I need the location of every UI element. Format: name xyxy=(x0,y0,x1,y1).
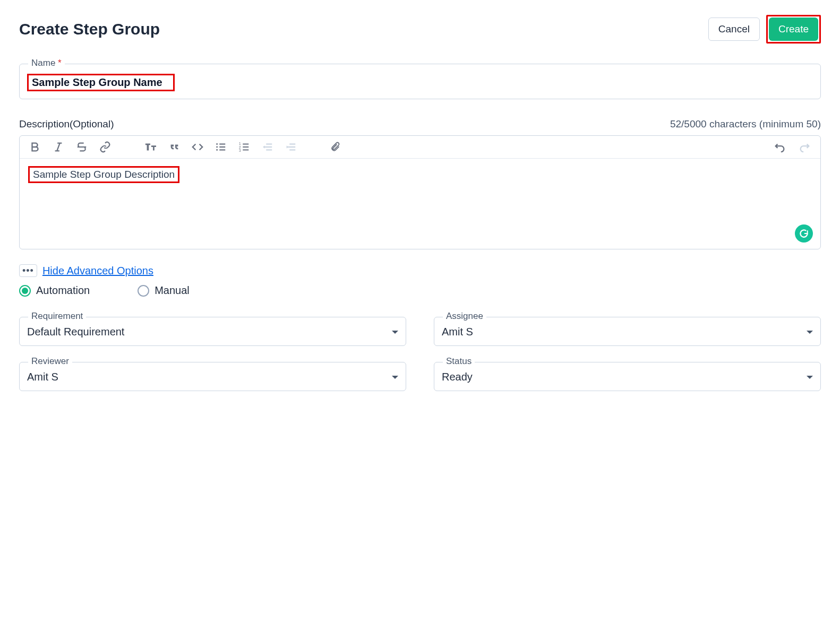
grammarly-icon[interactable] xyxy=(795,224,813,243)
more-options-icon[interactable]: ••• xyxy=(19,264,37,277)
quote-icon[interactable] xyxy=(168,141,180,153)
strikethrough-icon[interactable] xyxy=(76,141,88,153)
chevron-down-icon xyxy=(807,376,813,379)
reviewer-value: Amit S xyxy=(27,371,58,383)
chevron-down-icon xyxy=(392,331,398,334)
bullet-list-icon[interactable] xyxy=(215,141,227,153)
required-asterisk: * xyxy=(58,58,62,68)
description-editor: 123 Sample Step Group Description xyxy=(19,135,821,249)
radio-manual[interactable]: Manual xyxy=(138,284,190,297)
svg-line-2 xyxy=(57,143,60,151)
requirement-value: Default Requirement xyxy=(27,326,124,338)
text-size-icon[interactable] xyxy=(144,141,157,153)
description-textarea[interactable]: Sample Step Group Description xyxy=(20,159,820,249)
name-field-legend: Name * xyxy=(28,58,65,67)
radio-automation-indicator xyxy=(19,285,31,297)
italic-icon[interactable] xyxy=(53,141,64,153)
reviewer-select[interactable]: Amit S xyxy=(27,371,398,383)
advanced-fields-grid: Requirement Default Requirement Assignee… xyxy=(19,317,821,391)
radio-automation[interactable]: Automation xyxy=(19,284,90,297)
cancel-button[interactable]: Cancel xyxy=(708,18,760,41)
create-button-highlight: Create xyxy=(766,15,821,44)
chevron-down-icon xyxy=(807,331,813,334)
status-select-group: Status Ready xyxy=(434,362,821,391)
code-icon[interactable] xyxy=(192,141,203,153)
numbered-list-icon[interactable]: 123 xyxy=(238,141,250,153)
assignee-value: Amit S xyxy=(442,326,473,338)
chevron-down-icon xyxy=(392,376,398,379)
svg-text:3: 3 xyxy=(239,149,241,152)
page-title: Create Step Group xyxy=(19,20,160,38)
description-text-highlight: Sample Step Group Description xyxy=(28,166,179,183)
svg-point-6 xyxy=(216,149,218,151)
mode-radio-group: Automation Manual xyxy=(19,284,821,297)
advanced-options-row: ••• Hide Advanced Options xyxy=(19,264,821,277)
status-legend: Status xyxy=(443,357,475,366)
radio-automation-label: Automation xyxy=(36,284,90,297)
requirement-legend: Requirement xyxy=(28,312,86,321)
redo-icon[interactable] xyxy=(798,141,811,153)
status-select[interactable]: Ready xyxy=(442,371,813,383)
status-value: Ready xyxy=(442,371,473,383)
assignee-select-group: Assignee Amit S xyxy=(434,317,821,346)
indent-icon[interactable] xyxy=(285,141,297,153)
header-row: Create Step Group Cancel Create xyxy=(19,15,821,44)
create-button[interactable]: Create xyxy=(769,18,818,41)
assignee-select[interactable]: Amit S xyxy=(442,326,813,338)
requirement-select-group: Requirement Default Requirement xyxy=(19,317,406,346)
reviewer-legend: Reviewer xyxy=(28,357,72,366)
description-counter: 52/5000 characters (minimum 50) xyxy=(670,118,821,130)
attachment-icon[interactable] xyxy=(330,141,340,153)
name-input-highlight xyxy=(27,74,175,91)
advanced-options-toggle[interactable]: Hide Advanced Options xyxy=(42,265,153,277)
description-text: Sample Step Group Description xyxy=(33,169,175,180)
svg-point-4 xyxy=(216,143,218,145)
header-actions: Cancel Create xyxy=(708,15,821,44)
bold-icon[interactable] xyxy=(29,141,41,153)
radio-manual-label: Manual xyxy=(155,284,190,297)
undo-icon[interactable] xyxy=(774,141,786,153)
svg-point-5 xyxy=(216,146,218,148)
name-field-label: Name xyxy=(31,58,55,68)
description-label: Description(Optional) xyxy=(19,118,114,130)
requirement-select[interactable]: Default Requirement xyxy=(27,326,398,338)
outdent-icon[interactable] xyxy=(262,141,273,153)
reviewer-select-group: Reviewer Amit S xyxy=(19,362,406,391)
assignee-legend: Assignee xyxy=(443,312,486,321)
editor-toolbar: 123 xyxy=(20,136,820,159)
name-input[interactable] xyxy=(32,76,170,89)
description-header: Description(Optional) 52/5000 characters… xyxy=(19,118,821,130)
link-icon[interactable] xyxy=(99,141,111,153)
name-field-group: Name * xyxy=(19,64,821,99)
radio-manual-indicator xyxy=(138,285,149,297)
